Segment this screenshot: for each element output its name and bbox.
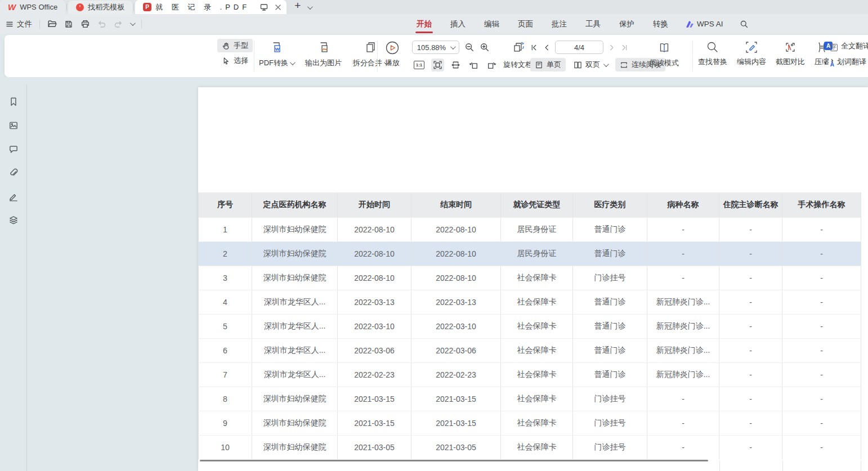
split-merge-button[interactable]: 拆分合并 [353,41,388,68]
table-header-cell: 结束时间 [411,192,501,217]
pdf-convert-button[interactable]: W PDF转换 [259,41,294,68]
table-cell: 深圳市妇幼保健院 [252,387,338,411]
ribbon-tab-convert[interactable]: 转换 [652,15,669,34]
next-page-icon[interactable] [607,43,616,52]
layers-icon[interactable] [8,215,19,225]
table-cell: - [719,363,782,387]
ribbon-tab-home[interactable]: 开始 [415,15,433,34]
table-cell: - [719,436,782,459]
page-number-input[interactable]: 4/4 [555,41,603,54]
new-tab-icon[interactable]: + [294,0,301,14]
rotate-pages-icon[interactable] [512,41,525,53]
fit-width-button[interactable] [449,59,462,71]
wps-ai-button[interactable]: WPS AI [686,20,723,28]
pdf-convert-icon: W [269,41,284,55]
actual-size-button[interactable]: 1:1 [412,59,426,71]
rotate-left-button[interactable] [467,59,480,71]
zoom-in-icon[interactable] [480,42,490,52]
screenshot-compare-button[interactable]: 截图对比 [776,41,805,67]
select-tool-button[interactable]: 选择 [217,54,253,68]
tab-document[interactable]: P 就 医 记 录 .PDF [135,0,287,14]
full-translate-button[interactable]: A字 全文翻译 [822,41,868,52]
prev-page-icon[interactable] [543,43,551,52]
table-cell: 深圳市龙华区人... [252,363,338,387]
monitor-icon[interactable] [259,3,269,12]
first-page-icon[interactable] [530,43,539,52]
close-icon[interactable] [274,3,282,11]
comment-icon[interactable] [8,144,19,154]
undo-icon[interactable] [97,20,106,29]
export-image-icon [316,41,331,55]
tab-template-store[interactable]: ❜ 找稻壳模板 [68,1,132,14]
redo-icon[interactable] [114,20,123,29]
table-row[interactable]: 6深圳市龙华区人...2022-03-062022-03-06社会保障卡普通门诊… [198,338,861,362]
document-area: 序号定点医药机构名称开始时间结束时间就诊凭证类型医疗类别病种名称住院主诊断名称手… [0,77,868,471]
hand-tool-button[interactable]: 手型 [217,39,253,52]
table-cell: 社会保障卡 [501,411,573,435]
file-menu[interactable]: 文件 [6,19,32,29]
table-row[interactable]: 10深圳市妇幼保健院2021-03-052021-03-05社会保障卡门诊挂号-… [198,435,861,459]
word-translate-button[interactable]: 文A 划词翻译 [822,56,868,68]
table-cell: 居民身份证 [501,218,573,241]
table-header-cell: 病种名称 [647,192,719,217]
ribbon-tab-page[interactable]: 页面 [517,15,534,34]
ribbon-tab-comment[interactable]: 批注 [551,15,568,34]
chevron-down-icon [603,61,609,67]
zoom-level-select[interactable]: 105.88% [412,41,459,54]
ribbon-tab-edit[interactable]: 编辑 [483,15,500,34]
double-page-button[interactable]: 双页 [569,58,612,71]
last-page-icon[interactable] [620,43,628,52]
table-cell: 深圳市龙华区人... [252,339,338,362]
signature-pen-icon[interactable] [8,191,19,201]
table-row[interactable]: 2深圳市妇幼保健院2022-08-102022-08-10居民身份证普通门诊--… [198,241,861,266]
table-tail-border [861,461,861,471]
fit-page-button[interactable] [431,59,444,71]
ribbon-tab-tools[interactable]: 工具 [584,15,602,34]
table-cell: 普通门诊 [573,290,647,314]
word-translate-icon: 文A [824,57,834,66]
table-row[interactable]: 9深圳市妇幼保健院2021-03-152021-03-15社会保障卡门诊挂号--… [198,411,861,435]
thumbnail-icon[interactable] [8,120,19,131]
convert-group: W PDF转换 输出为图片 拆分合并 [259,41,388,68]
tab-wps-office[interactable]: W WPS Office [0,0,65,14]
play-button[interactable]: 播放 [385,41,400,68]
find-replace-button[interactable]: 查找替换 [698,41,727,67]
quick-access-chevron-icon[interactable] [130,20,136,26]
rotate-right-button[interactable] [485,59,498,71]
tab-list-chevron-icon[interactable] [307,4,313,10]
table-row[interactable]: 4深圳市龙华区人...2022-03-132022-03-13社会保障卡普通门诊… [198,290,861,314]
save-icon[interactable] [64,20,73,29]
ribbon-search-icon[interactable] [740,20,749,29]
pdf-convert-label: PDF转换 [259,58,288,68]
table-cell: 2022-03-06 [338,339,411,362]
table-row[interactable]: 1深圳市妇幼保健院2022-08-102022-08-10居民身份证普通门诊--… [198,217,861,241]
full-translate-icon: A字 [824,42,838,51]
toolbar-divider [254,41,254,71]
ribbon-tab-protect[interactable]: 保护 [618,15,636,34]
attachment-icon[interactable] [8,168,19,178]
table-row[interactable]: 8深圳市妇幼保健院2021-03-152021-03-15社会保障卡门诊挂号--… [198,387,861,411]
read-mode-button[interactable]: 阅读模式 [650,41,679,68]
table-cell: 深圳市妇幼保健院 [252,436,338,459]
single-page-button[interactable]: 单页 [530,58,566,71]
table-row[interactable]: 7深圳市龙华区人...2022-02-232022-02-23社会保障卡普通门诊… [198,362,861,387]
edit-content-button[interactable]: 编辑内容 [737,41,766,67]
bookmark-icon[interactable] [8,97,19,107]
divider [39,20,40,29]
rotate-doc-button[interactable]: 旋转文档 [503,60,533,70]
print-icon[interactable] [80,19,90,29]
ribbon-tab-insert[interactable]: 插入 [449,15,467,34]
table-row[interactable]: 3深圳市妇幼保健院2022-08-102022-08-10社会保障卡门诊挂号--… [198,266,861,290]
table-cell: - [782,387,861,411]
horizontal-scrollbar[interactable] [200,460,708,461]
table-row[interactable]: 5深圳市龙华区人...2022-03-102022-03-10社会保障卡普通门诊… [198,314,861,338]
table-cell: 2022-03-10 [338,315,411,338]
open-folder-icon[interactable] [47,19,57,29]
export-image-button[interactable]: 输出为图片 [305,41,342,68]
table-cell: 2021-03-15 [411,387,501,411]
table-cell: 10 [198,436,252,459]
table-cell: 普通门诊 [573,339,647,362]
table-cell: 门诊挂号 [573,387,647,411]
zoom-out-icon[interactable] [464,42,475,52]
medical-records-table: 序号定点医药机构名称开始时间结束时间就诊凭证类型医疗类别病种名称住院主诊断名称手… [198,192,861,459]
